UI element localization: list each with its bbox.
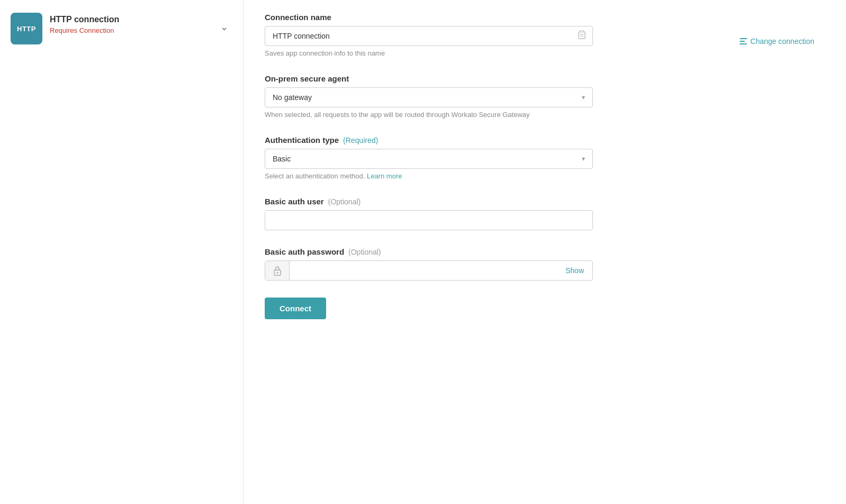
app-status: Requires Connection <box>50 26 119 34</box>
clipboard-icon <box>571 30 592 42</box>
auth-type-select[interactable]: Basic None OAuth 2.0 <box>265 149 592 168</box>
connect-button-section: Connect <box>265 298 593 319</box>
auth-type-hint: Select an authentication method. Learn m… <box>265 172 593 180</box>
on-prem-section: On-prem secure agent No gateway ▾ When s… <box>265 74 593 119</box>
learn-more-link[interactable]: Learn more <box>367 172 402 180</box>
connection-name-input-wrapper <box>265 26 593 46</box>
connection-name-input[interactable] <box>265 26 571 46</box>
on-prem-select-wrapper: No gateway ▾ <box>265 87 593 107</box>
connection-name-section: Connection name Saves app connection inf… <box>265 13 593 57</box>
chevron-down-button[interactable]: ⌄ <box>216 17 232 37</box>
svg-rect-1 <box>579 32 585 39</box>
basic-auth-password-section: Basic auth password (Optional) Show <box>265 247 593 281</box>
connect-button[interactable]: Connect <box>265 298 326 319</box>
on-prem-select[interactable]: No gateway <box>265 88 592 107</box>
chevron-down-icon: ⌄ <box>220 22 228 32</box>
auth-type-required-tag: (Required) <box>343 136 378 145</box>
app-name: HTTP connection <box>50 15 119 24</box>
app-icon: HTTP <box>11 13 42 44</box>
auth-type-section: Authentication type (Required) Basic Non… <box>265 136 593 180</box>
list-icon <box>740 38 747 44</box>
on-prem-hint: When selected, all requests to the app w… <box>265 111 593 119</box>
main-panel: Change connection Connection name <box>244 0 846 504</box>
basic-auth-password-input[interactable] <box>290 261 557 280</box>
basic-auth-user-label: Basic auth user (Optional) <box>265 197 593 206</box>
svg-rect-2 <box>580 31 583 32</box>
connection-name-hint: Saves app connection info to this name <box>265 49 593 57</box>
connection-name-label: Connection name <box>265 13 593 22</box>
basic-auth-password-label: Basic auth password (Optional) <box>265 247 593 256</box>
auth-type-select-wrapper: Basic None OAuth 2.0 ▾ <box>265 149 593 169</box>
basic-auth-password-input-wrapper: Show <box>265 260 593 281</box>
lock-icon <box>265 261 290 280</box>
basic-auth-user-optional-tag: (Optional) <box>328 197 361 206</box>
basic-auth-user-input[interactable] <box>265 211 592 230</box>
show-password-button[interactable]: Show <box>557 261 592 280</box>
left-panel: HTTP HTTP connection Requires Connection… <box>0 0 244 504</box>
basic-auth-user-section: Basic auth user (Optional) <box>265 197 593 230</box>
on-prem-label: On-prem secure agent <box>265 74 593 83</box>
basic-auth-password-optional-tag: (Optional) <box>348 248 381 256</box>
auth-type-label: Authentication type (Required) <box>265 136 593 145</box>
basic-auth-user-input-wrapper <box>265 210 593 230</box>
app-info: HTTP connection Requires Connection <box>50 13 119 34</box>
svg-point-6 <box>276 272 278 274</box>
change-connection-button[interactable]: Change connection <box>740 37 814 46</box>
